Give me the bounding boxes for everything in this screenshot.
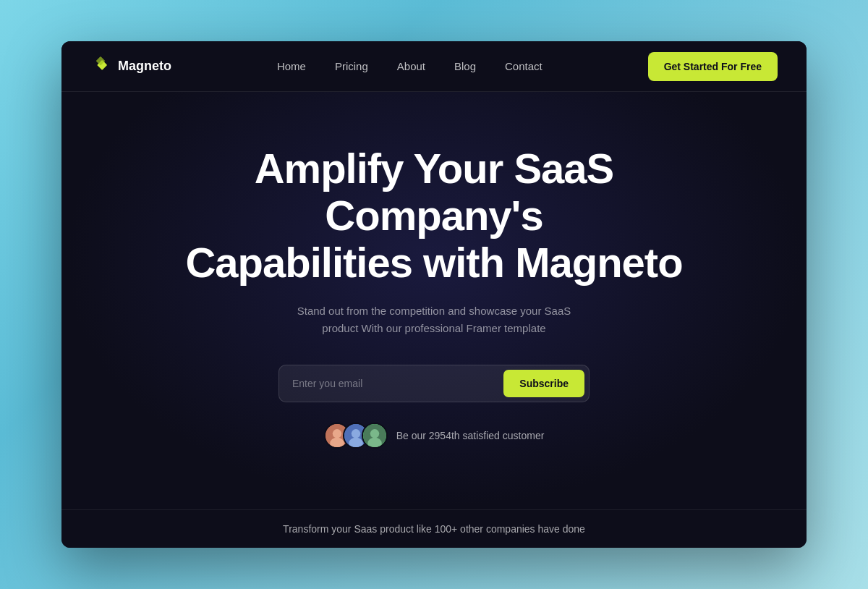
bottom-bar-text: Transform your Saas product like 100+ ot… (90, 523, 778, 535)
social-proof-text: Be our 2954th satisfied customer (396, 430, 545, 441)
svg-point-9 (370, 429, 378, 438)
svg-point-4 (330, 438, 344, 449)
svg-point-10 (367, 438, 382, 449)
brand-logo-link[interactable]: Magneto (90, 56, 171, 77)
nav-about[interactable]: About (397, 60, 425, 72)
subscribe-button[interactable]: Subscribe (503, 370, 584, 397)
hero-title-line2: Capabilities with Magneto (185, 239, 682, 286)
hero-title-line1: Amplify Your SaaS Company's (255, 145, 614, 239)
subscribe-form: Subscribe (278, 365, 590, 402)
nav-home[interactable]: Home (277, 60, 306, 72)
hero-title: Amplify Your SaaS Company's Capabilities… (159, 145, 709, 287)
hero-subtitle: Stand out from the competition and showc… (282, 302, 586, 337)
get-started-button[interactable]: Get Started For Free (648, 52, 778, 81)
nav-contact[interactable]: Contact (505, 60, 542, 72)
svg-point-6 (351, 429, 359, 438)
avatar-group (324, 423, 388, 449)
nav-pricing[interactable]: Pricing (335, 60, 368, 72)
brand-name: Magneto (118, 59, 171, 74)
svg-point-7 (349, 438, 363, 449)
browser-window: Magneto Home Pricing About Blog Contact … (61, 41, 807, 548)
email-input[interactable] (292, 372, 503, 395)
hero-section: Amplify Your SaaS Company's Capabilities… (61, 92, 807, 509)
nav-blog[interactable]: Blog (454, 60, 476, 72)
nav-links: Home Pricing About Blog Contact (277, 60, 542, 73)
navbar: Magneto Home Pricing About Blog Contact … (61, 41, 807, 92)
brand-logo-icon (90, 56, 111, 77)
avatar (362, 423, 388, 449)
svg-point-3 (332, 429, 341, 438)
bottom-bar: Transform your Saas product like 100+ ot… (61, 509, 807, 548)
social-proof: Be our 2954th satisfied customer (324, 423, 545, 449)
